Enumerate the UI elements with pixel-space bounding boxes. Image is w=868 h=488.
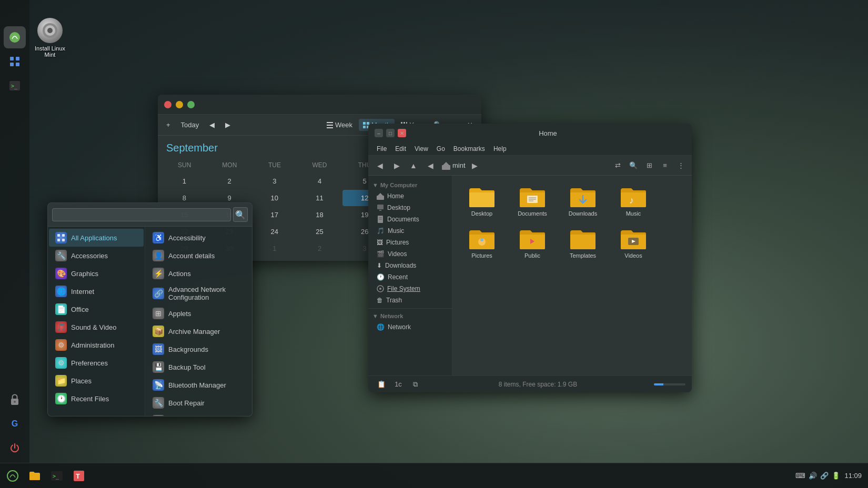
fm-list-view-btn[interactable]: ≡	[658, 159, 672, 172]
sidebar-power-icon[interactable]	[4, 437, 26, 459]
cal-day-3[interactable]: 3	[252, 173, 297, 189]
taskbar-terminal-btn[interactable]: >_	[46, 465, 67, 486]
fm-extra-btn[interactable]: ⋮	[674, 159, 688, 172]
fm-sidebar-music[interactable]: 🎵 Music	[368, 225, 452, 237]
fm-item-templates[interactable]: Templates	[560, 224, 606, 262]
menu-app-network-config[interactable]: 🔗 Advanced Network Configuration	[146, 282, 251, 304]
fm-back-btn[interactable]: ◀	[372, 158, 387, 173]
fm-sidebar-videos[interactable]: 🎬 Videos	[368, 248, 452, 260]
fm-section-mycomputer[interactable]: ▼My Computer	[368, 180, 452, 190]
app-menu-search-input[interactable]	[52, 208, 231, 221]
cal-add-btn[interactable]: +	[162, 119, 175, 131]
fm-menu-view[interactable]: View	[410, 144, 432, 154]
fm-sidebar-trash[interactable]: 🗑 Trash	[368, 294, 452, 306]
menu-app-bluetooth[interactable]: 📡 Bluetooth Manager	[146, 376, 251, 394]
fm-statusbar-btn2[interactable]: 1c	[391, 378, 405, 391]
fm-forward-btn[interactable]: ▶	[389, 158, 404, 173]
menu-cat-administration[interactable]: ⚙ Administration	[49, 336, 144, 354]
fm-sidebar-desktop[interactable]: Desktop	[368, 202, 452, 214]
fm-max-btn[interactable]: □	[386, 129, 395, 137]
fm-menu-edit[interactable]: Edit	[391, 144, 410, 154]
menu-app-calculator[interactable]: # Calculator	[146, 412, 251, 416]
app-menu-search-btn[interactable]: 🔍	[233, 207, 248, 222]
fm-item-videos[interactable]: Videos	[610, 224, 657, 262]
cal-day-18[interactable]: 18	[297, 207, 342, 223]
taskbar-text-btn[interactable]: T	[68, 465, 89, 486]
cal-day-25[interactable]: 25	[297, 223, 342, 240]
cal-day-4[interactable]: 4	[297, 173, 342, 189]
menu-cat-graphics[interactable]: 🎨 Graphics	[49, 265, 144, 282]
cal-today-btn[interactable]: Today	[177, 119, 204, 131]
menu-app-accessibility[interactable]: ♿ Accessibility	[146, 229, 251, 247]
fm-sidebar-recent[interactable]: 🕐 Recent	[368, 271, 452, 283]
menu-app-boot-repair[interactable]: 🔧 Boot Repair	[146, 394, 251, 412]
sidebar-terminal-icon[interactable]: >_	[4, 75, 26, 97]
taskbar-files-btn[interactable]	[24, 465, 45, 486]
fm-path-arrow-right[interactable]: ▶	[468, 158, 482, 173]
menu-cat-recent[interactable]: 🕐 Recent Files	[49, 390, 144, 408]
fm-close-btn[interactable]: ✕	[398, 129, 406, 137]
menu-cat-preferences[interactable]: ⚙ Preferences	[49, 354, 144, 372]
menu-app-backgrounds[interactable]: 🖼 Backgrounds	[146, 340, 251, 358]
cal-next-btn[interactable]: ▶	[221, 119, 235, 131]
fm-grid-view-btn[interactable]: ⊞	[642, 159, 656, 172]
fm-search-btn[interactable]: 🔍	[627, 159, 640, 172]
fm-up-btn[interactable]: ▲	[406, 158, 421, 173]
calendar-min-btn[interactable]	[176, 101, 183, 108]
fm-item-public[interactable]: Public	[509, 224, 556, 262]
menu-cat-accessories[interactable]: 🔧 Accessories	[49, 247, 144, 265]
fm-item-downloads[interactable]: Downloads	[560, 182, 606, 220]
fm-item-documents[interactable]: Documents	[509, 182, 556, 220]
cal-day-17[interactable]: 17	[252, 207, 297, 223]
fm-item-music[interactable]: ♪ Music	[610, 182, 657, 220]
menu-cat-sound-video[interactable]: 🎵 Sound & Video	[49, 318, 144, 336]
install-linux-mint-icon[interactable]: Install Linux Mint	[29, 15, 71, 61]
fm-sidebar-pictures[interactable]: 🖼 Pictures	[368, 237, 452, 248]
sidebar-mint-icon[interactable]	[4, 26, 26, 48]
menu-app-applets[interactable]: ⊞ Applets	[146, 304, 251, 322]
fm-statusbar-btn1[interactable]: 📋	[375, 378, 388, 391]
menu-app-actions[interactable]: ⚡ Actions	[146, 265, 251, 282]
svg-rect-26	[377, 196, 384, 200]
taskbar-menu-btn[interactable]	[2, 465, 23, 486]
sidebar-grid-icon[interactable]	[4, 50, 26, 73]
fm-compact-btn[interactable]: ⇄	[611, 159, 624, 172]
fm-sidebar-home[interactable]: Home	[368, 190, 452, 202]
cal-day-10[interactable]: 10	[252, 190, 297, 206]
cal-day-11[interactable]: 11	[297, 190, 342, 206]
cal-day-oct2[interactable]: 2	[297, 240, 342, 257]
cal-day-2[interactable]: 2	[207, 173, 252, 189]
calendar-close-btn[interactable]	[164, 101, 171, 108]
fm-section-network[interactable]: ▼Network	[368, 311, 452, 321]
calendar-max-btn[interactable]	[187, 101, 195, 108]
menu-cat-office[interactable]: 📄 Office	[49, 300, 144, 318]
fm-statusbar: 📋 1c ⧉ 8 items, Free space: 1.9 GB	[368, 375, 692, 392]
menu-app-archive[interactable]: 📦 Archive Manager	[146, 322, 251, 340]
cal-day-24[interactable]: 24	[252, 223, 297, 240]
cal-prev-btn[interactable]: ◀	[205, 119, 219, 131]
taskbar-clock[interactable]: 11:09	[844, 472, 862, 480]
menu-cat-all[interactable]: All Applications	[49, 229, 144, 247]
fm-menu-go[interactable]: Go	[432, 144, 449, 154]
fm-sidebar-documents[interactable]: Documents	[368, 214, 452, 225]
fm-menu-file[interactable]: File	[372, 144, 391, 154]
fm-sidebar-filesystem[interactable]: File System	[368, 283, 452, 294]
fm-sidebar-downloads[interactable]: ⬇ Downloads	[368, 260, 452, 271]
fm-item-desktop[interactable]: Desktop	[459, 182, 505, 220]
fm-min-btn[interactable]: –	[375, 129, 383, 137]
fm-menu-bookmarks[interactable]: Bookmarks	[449, 144, 489, 154]
sidebar-lock-icon[interactable]	[4, 389, 26, 411]
fm-item-pictures[interactable]: Pictures	[459, 224, 505, 262]
menu-app-backup[interactable]: 💾 Backup Tool	[146, 358, 251, 376]
fm-location-arrow-left[interactable]: ◀	[423, 158, 438, 173]
menu-app-account[interactable]: 👤 Account details	[146, 247, 251, 265]
menu-cat-places[interactable]: 📁 Places	[49, 372, 144, 390]
sidebar-google-icon[interactable]: G	[4, 413, 26, 435]
menu-cat-internet[interactable]: 🌐 Internet	[49, 282, 144, 300]
cal-day-1[interactable]: 1	[162, 173, 207, 189]
fm-menu-help[interactable]: Help	[489, 144, 511, 154]
cal-week-btn[interactable]: Week	[322, 119, 357, 131]
cal-day-oct1[interactable]: 1	[252, 240, 297, 257]
fm-statusbar-btn3[interactable]: ⧉	[408, 378, 422, 391]
fm-sidebar-network[interactable]: 🌐 Network	[368, 321, 452, 333]
